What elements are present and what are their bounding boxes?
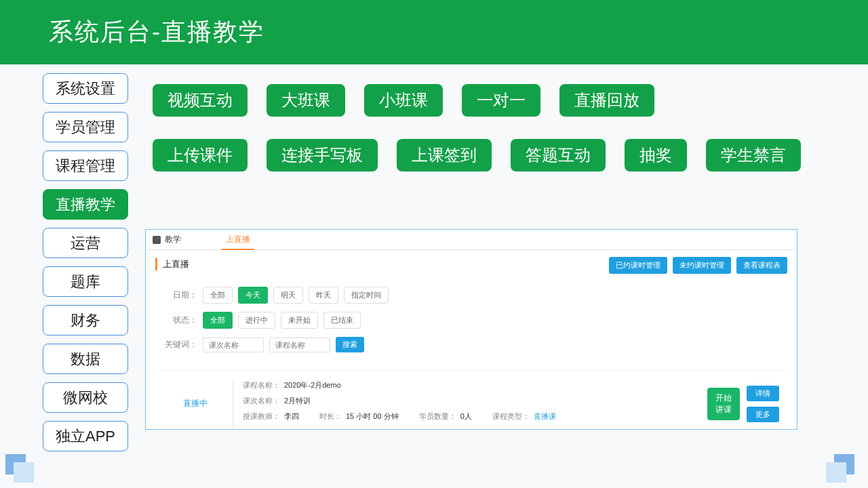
- session-name-k: 课次名称：: [243, 396, 280, 406]
- accent-bar: [155, 258, 157, 270]
- panel-tabs: 教学 上直播: [146, 230, 797, 250]
- sidebar-item-micro-school[interactable]: 微网校: [43, 382, 128, 413]
- filter-keyword-row: 关键词： 搜索: [158, 337, 785, 352]
- subtab-go-live[interactable]: 上直播: [222, 230, 254, 250]
- pill-small-class[interactable]: 小班课: [364, 84, 443, 117]
- session-name-input[interactable]: [203, 338, 264, 352]
- search-button[interactable]: 搜索: [336, 337, 364, 352]
- page-header: 系统后台-直播教学: [0, 0, 868, 64]
- status-chip-ongoing[interactable]: 进行中: [238, 312, 275, 329]
- panel-body: 上直播 已约课时管理 未约课时管理 查看课程表 日期： 全部 今天 明天 昨天 …: [146, 250, 797, 436]
- sidebar-item-live-teaching[interactable]: 直播教学: [43, 189, 128, 220]
- sidebar-item-finance[interactable]: 财务: [43, 305, 128, 336]
- date-chip-yesterday[interactable]: 昨天: [309, 287, 338, 304]
- status-chip-ended[interactable]: 已结束: [323, 312, 361, 329]
- more-button[interactable]: 更多: [747, 407, 779, 422]
- unscheduled-mgmt-button[interactable]: 未约课时管理: [673, 257, 731, 274]
- start-lecture-button[interactable]: 开始 讲课: [707, 388, 740, 420]
- sidebar-item-student-mgmt[interactable]: 学员管理: [43, 112, 128, 142]
- course-name-k: 课程名称：: [243, 380, 280, 390]
- date-label: 日期：: [158, 289, 197, 301]
- course-status: 直播中: [158, 378, 233, 430]
- view-schedule-button[interactable]: 查看课程表: [736, 257, 787, 274]
- course-info: 课程名称： 2020年-2月demo 课次名称： 2月特训 授课教师：李四 时长…: [233, 378, 707, 430]
- date-chip-all[interactable]: 全部: [203, 287, 233, 304]
- type-k: 课程类型：: [492, 412, 530, 420]
- pill-qa-interact[interactable]: 答题互动: [511, 139, 606, 171]
- date-chip-today[interactable]: 今天: [238, 287, 268, 304]
- teacher-v: 李四: [284, 412, 299, 420]
- sidebar: 系统设置 学员管理 课程管理 直播教学 运营 题库 财务 数据 微网校 独立AP…: [43, 73, 128, 460]
- duration-k: 时长：: [319, 412, 342, 420]
- pill-one-on-one[interactable]: 一对一: [462, 84, 540, 117]
- teaching-icon: [153, 236, 161, 244]
- keyword-label: 关键词：: [158, 339, 197, 350]
- pill-lottery[interactable]: 抽奖: [625, 139, 687, 171]
- status-chip-notstarted[interactable]: 未开始: [281, 312, 318, 329]
- pill-mute-student[interactable]: 学生禁言: [706, 139, 801, 171]
- filter-status-row: 状态： 全部 进行中 未开始 已结束: [158, 312, 785, 329]
- date-chip-custom[interactable]: 指定时间: [344, 287, 389, 304]
- date-chip-tomorrow[interactable]: 明天: [273, 287, 303, 304]
- page-title: 系统后台-直播教学: [49, 16, 264, 49]
- live-panel: 教学 上直播 上直播 已约课时管理 未约课时管理 查看课程表 日期： 全部 今天…: [145, 229, 797, 430]
- course-actions: 开始 讲课 详情 更多: [707, 378, 785, 430]
- sidebar-item-operations[interactable]: 运营: [43, 228, 128, 258]
- pill-big-class[interactable]: 大班课: [267, 84, 345, 117]
- course-name-v: 2020年-2月demo: [284, 380, 341, 390]
- feature-row-1: 视频互动 大班课 小班课 一对一 直播回放: [153, 84, 654, 117]
- teacher-k: 授课教师：: [243, 412, 280, 420]
- session-name-v: 2月特训: [284, 396, 311, 406]
- students-v: 0人: [460, 412, 472, 420]
- status-label: 状态：: [158, 314, 197, 326]
- pill-upload-courseware[interactable]: 上传课件: [153, 139, 248, 171]
- filter-date-row: 日期： 全部 今天 明天 昨天 指定时间: [158, 287, 785, 304]
- sidebar-item-question-bank[interactable]: 题库: [43, 266, 128, 297]
- pill-video-interact[interactable]: 视频互动: [153, 84, 248, 117]
- detail-button[interactable]: 详情: [747, 386, 779, 401]
- pill-connect-tablet[interactable]: 连接手写板: [267, 139, 378, 171]
- course-name-input[interactable]: [269, 338, 330, 352]
- decoration-br: [834, 454, 863, 483]
- duration-v: 15 小时 00 分钟: [346, 412, 399, 420]
- decoration-bl: [5, 454, 34, 483]
- scheduled-mgmt-button[interactable]: 已约课时管理: [609, 257, 667, 274]
- sidebar-item-system-settings[interactable]: 系统设置: [43, 73, 128, 104]
- section-title-text: 上直播: [163, 258, 189, 270]
- tab-teaching[interactable]: 教学: [165, 234, 181, 245]
- sidebar-item-app[interactable]: 独立APP: [43, 421, 128, 451]
- pill-signin[interactable]: 上课签到: [397, 139, 492, 171]
- sidebar-item-data[interactable]: 数据: [43, 344, 128, 374]
- course-card: 直播中 课程名称： 2020年-2月demo 课次名称： 2月特训 授课教师：李…: [155, 370, 787, 436]
- type-v: 直播课: [534, 412, 556, 420]
- sidebar-item-course-mgmt[interactable]: 课程管理: [43, 150, 128, 181]
- action-buttons: 已约课时管理 未约课时管理 查看课程表: [609, 257, 787, 274]
- students-k: 学员数量：: [419, 412, 456, 420]
- status-chip-all[interactable]: 全部: [203, 312, 233, 329]
- feature-row-2: 上传课件 连接手写板 上课签到 答题互动 抽奖 学生禁言: [153, 139, 801, 171]
- pill-replay[interactable]: 直播回放: [559, 84, 654, 117]
- filters: 日期： 全部 今天 明天 昨天 指定时间 状态： 全部 进行中 未开始 已结束 …: [155, 281, 787, 366]
